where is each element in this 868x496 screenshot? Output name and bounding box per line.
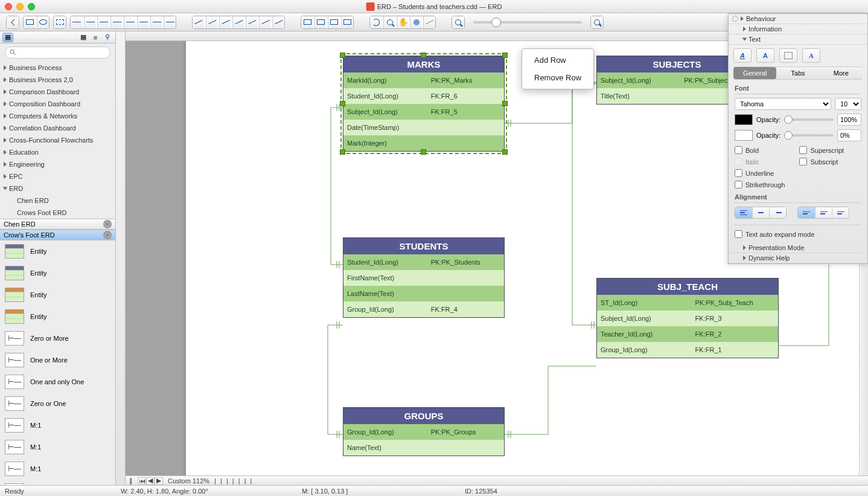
sidebar-tab-list[interactable]: ≡ bbox=[90, 33, 101, 42]
sidebar-tab-libraries[interactable]: ▦ bbox=[2, 33, 13, 42]
tree-item[interactable]: Education bbox=[0, 146, 115, 158]
align-middle-button[interactable] bbox=[124, 16, 136, 28]
section-behaviour[interactable]: Behaviour bbox=[729, 14, 867, 24]
bring-front-button[interactable] bbox=[301, 16, 313, 28]
align-left-button[interactable] bbox=[71, 16, 83, 28]
layout-tool-button[interactable] bbox=[54, 16, 66, 28]
connector-tool-4-button[interactable] bbox=[232, 16, 244, 28]
library-item[interactable]: ⊢—Zero or One bbox=[0, 393, 115, 414]
italic-checkbox[interactable]: Italic bbox=[735, 158, 785, 166]
library-item[interactable]: Entity bbox=[0, 240, 115, 262]
tree-item[interactable]: Computers & Networks bbox=[0, 110, 115, 122]
tree-item[interactable]: Engineering bbox=[0, 158, 115, 170]
resize-handle-icon[interactable] bbox=[502, 53, 508, 58]
font-family-select[interactable]: Tahoma bbox=[735, 98, 831, 110]
context-menu-add-row[interactable]: Add Row bbox=[522, 51, 593, 69]
connector-tool-3-button[interactable] bbox=[219, 16, 231, 28]
tab-tabs[interactable]: Tabs bbox=[776, 67, 819, 79]
align-right-button[interactable] bbox=[769, 207, 786, 218]
zoom-in-button[interactable]: + bbox=[591, 16, 603, 28]
resize-handle-icon[interactable] bbox=[502, 101, 508, 106]
align-top-button[interactable] bbox=[110, 16, 123, 28]
distribute-v-button[interactable] bbox=[164, 16, 176, 28]
close-pane-icon[interactable]: × bbox=[103, 220, 112, 228]
sidebar-tab-search[interactable]: ⚲ bbox=[102, 33, 113, 42]
subscript-checkbox[interactable]: Subscript bbox=[799, 158, 844, 166]
align-right-button[interactable] bbox=[97, 16, 109, 28]
entity-row[interactable]: LastName(Text) bbox=[343, 286, 504, 301]
context-menu-remove-row[interactable]: Remove Row bbox=[522, 69, 593, 86]
library-item[interactable]: ⊢—M:1 bbox=[0, 480, 115, 485]
prev-page-button[interactable]: ◀ bbox=[146, 477, 155, 485]
library-item[interactable]: Entity bbox=[0, 262, 115, 284]
text-opacity-slider[interactable] bbox=[784, 118, 834, 121]
strike-checkbox[interactable]: Strikethrough bbox=[735, 181, 785, 188]
pointer-tool-button[interactable] bbox=[7, 16, 19, 28]
tree-item[interactable]: Business Process bbox=[0, 62, 115, 74]
entity-row[interactable]: Teacher_Id(Long)FK:FR_2 bbox=[597, 326, 778, 342]
bg-opacity-slider[interactable]: .slider:nth-of-type(2)::after{right:auto… bbox=[784, 134, 834, 137]
text-color-swatch[interactable] bbox=[735, 114, 753, 125]
highlight-color-button[interactable]: A bbox=[756, 48, 774, 63]
zoom-display[interactable]: Custom 112% bbox=[168, 477, 209, 485]
text-opacity-input[interactable] bbox=[837, 114, 861, 126]
resize-handle-icon[interactable] bbox=[421, 53, 426, 58]
sidebar-tab-grid[interactable]: ▦ bbox=[78, 33, 89, 42]
next-page-button[interactable]: ▶ bbox=[155, 477, 163, 485]
connector-tool-5-button[interactable] bbox=[246, 16, 258, 28]
align-left-button[interactable] bbox=[735, 207, 752, 218]
sidebar-search-input[interactable] bbox=[5, 47, 110, 59]
superscript-checkbox[interactable]: Superscript bbox=[799, 146, 844, 154]
connector-tool-2-button[interactable] bbox=[206, 16, 218, 28]
entity-marks[interactable]: MARKS MarkId(Long)PK:PK_MarksStudent_Id(… bbox=[343, 56, 505, 152]
align-bottom-button[interactable] bbox=[832, 207, 849, 218]
send-backward-button[interactable] bbox=[341, 16, 353, 28]
align-center-button[interactable] bbox=[752, 207, 769, 218]
eraser-tool-button[interactable] bbox=[423, 16, 435, 28]
zoom-tool-button[interactable] bbox=[383, 16, 395, 28]
library-item[interactable]: ⊢—M:1 bbox=[0, 414, 115, 436]
entity-row[interactable]: Group_Id(Long)PK:PK_Groups bbox=[343, 424, 504, 440]
tree-item-child[interactable]: Chen ERD bbox=[0, 195, 115, 207]
entity-row[interactable]: Group_Id(Long)FK:FR_4 bbox=[343, 301, 504, 317]
minimize-window-icon[interactable] bbox=[16, 3, 24, 10]
zoom-out-button[interactable]: - bbox=[452, 16, 464, 28]
library-item[interactable]: Entity bbox=[0, 284, 115, 306]
sidebar-tab-2[interactable] bbox=[14, 33, 25, 42]
zoom-window-icon[interactable] bbox=[28, 3, 35, 10]
close-pane-icon[interactable]: × bbox=[103, 231, 112, 239]
align-top-button[interactable] bbox=[798, 207, 815, 218]
section-help[interactable]: Dynamic Help bbox=[729, 253, 867, 263]
connector-tool-6-button[interactable] bbox=[259, 16, 271, 28]
zoom-slider[interactable] bbox=[473, 21, 582, 24]
background-color-button[interactable] bbox=[779, 48, 797, 63]
entity-row[interactable]: Subject_Id(Long)FK:FR_5 bbox=[343, 104, 504, 120]
font-size-select[interactable]: 10 bbox=[835, 98, 861, 110]
entity-row[interactable]: Subject_Id(Long)FK:FR_3 bbox=[597, 311, 778, 326]
entity-row[interactable]: Group_Id(Long)FK:FR_1 bbox=[597, 342, 778, 358]
font-prefs-button[interactable]: A bbox=[802, 48, 820, 63]
object-tool-button[interactable] bbox=[410, 16, 422, 28]
entity-row[interactable]: ST_Id(Long)PK:PK_Subj_Teach bbox=[597, 295, 778, 311]
bold-checkbox[interactable]: Bold bbox=[735, 146, 785, 154]
tree-item[interactable]: Correlation Dashboard bbox=[0, 122, 115, 134]
send-back-button[interactable] bbox=[314, 16, 327, 28]
tree-item[interactable]: Cross-Functional Flowcharts bbox=[0, 134, 115, 146]
align-bottom-button[interactable] bbox=[137, 16, 149, 28]
entity-students[interactable]: STUDENTS Student_Id(Long)PK:PK_StudentsF… bbox=[343, 237, 505, 318]
connector-tool-1-button[interactable] bbox=[193, 16, 205, 28]
auto-expand-checkbox[interactable]: Text auto expand mode bbox=[735, 225, 861, 238]
entity-row[interactable]: FirstName(Text) bbox=[343, 270, 504, 286]
entity-subj-teach[interactable]: SUBJ_TEACH ST_Id(Long)PK:PK_Subj_TeachSu… bbox=[596, 278, 779, 358]
entity-row[interactable]: Student_Id(Long)FK:FR_6 bbox=[343, 88, 504, 104]
align-middle-button[interactable] bbox=[815, 207, 832, 218]
connector-tool-7-button[interactable] bbox=[272, 16, 284, 28]
tree-item[interactable]: Comparison Dashboard bbox=[0, 86, 115, 98]
underline-checkbox[interactable]: Underline bbox=[735, 169, 785, 177]
entity-row[interactable]: Date(TimeStamp) bbox=[343, 120, 504, 135]
tab-general[interactable]: General bbox=[733, 67, 776, 79]
tree-item[interactable]: Business Process 2,0 bbox=[0, 74, 115, 86]
tree-item[interactable]: ERD bbox=[0, 182, 115, 195]
entity-row[interactable]: MarkId(Long)PK:PK_Marks bbox=[343, 72, 504, 88]
entity-row[interactable]: Name(Text) bbox=[343, 440, 504, 456]
